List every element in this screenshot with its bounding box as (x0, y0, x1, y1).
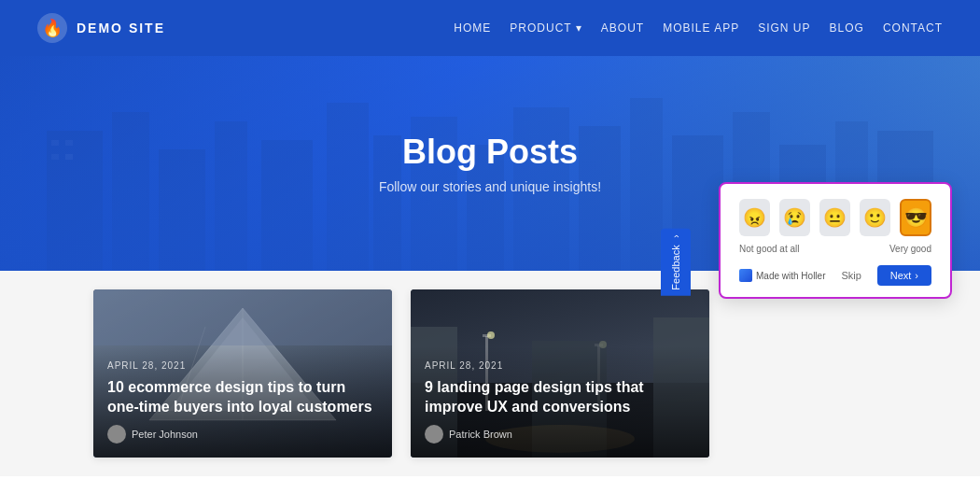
label-very-good: Very good (889, 244, 931, 254)
card1-overlay: APRIL 28, 2021 10 ecommerce design tips … (93, 346, 392, 458)
nav-product[interactable]: PRODUCT (510, 21, 581, 35)
feedback-tab[interactable]: Feedback › (661, 229, 691, 296)
logo-text: DEMO SITE (77, 21, 165, 35)
next-button-label: Next (890, 270, 912, 281)
blog-card-1-image: APRIL 28, 2021 10 ecommerce design tips … (93, 289, 392, 458)
next-arrow-icon: › (915, 270, 918, 281)
blog-card-2-image: APRIL 28, 2021 9 landing page design tip… (411, 289, 709, 458)
card2-author-name: Patrick Brown (449, 429, 512, 440)
emoji-labels: Not good at all Very good (739, 244, 931, 254)
card2-title: 9 landing page design tips that improve … (425, 378, 695, 417)
site-header: 🔥 DEMO SITE HOME PRODUCT ABOUT MOBILE AP… (0, 0, 980, 56)
nav-links: HOME PRODUCT ABOUT MOBILE APP SIGN UP BL… (454, 21, 943, 35)
emoji-sad[interactable]: 😢 (779, 199, 810, 236)
hero-content: Blog Posts Follow our stories and unique… (379, 133, 601, 194)
nav-home[interactable]: HOME (454, 21, 491, 35)
widget-footer: Made with Holler Skip Next › (739, 265, 931, 286)
emoji-very-happy[interactable]: 😎 (900, 199, 931, 236)
card2-overlay: APRIL 28, 2021 9 landing page design tip… (411, 346, 709, 458)
svg-rect-27 (93, 289, 392, 345)
svg-point-33 (487, 331, 495, 339)
hero-title: Blog Posts (379, 133, 601, 172)
made-with-text: Made with Holler (756, 271, 825, 281)
nav-blog[interactable]: BLOG (830, 21, 864, 35)
card1-author: Peter Johnson (107, 425, 378, 444)
next-button[interactable]: Next › (877, 265, 931, 286)
emoji-row: 😠 😢 😐 🙂 😎 (739, 199, 931, 236)
made-with: Made with Holler (739, 269, 825, 282)
feedback-widget-container: Feedback › 😠 😢 😐 🙂 😎 Not good at all Ver… (719, 182, 952, 299)
nav-contact[interactable]: CONTACT (883, 21, 943, 35)
emoji-neutral[interactable]: 😐 (819, 199, 850, 236)
logo-area: 🔥 DEMO SITE (37, 13, 165, 43)
holler-logo-icon (739, 269, 752, 282)
nav-signup[interactable]: SIGN UP (758, 21, 810, 35)
hero-subtitle: Follow our stories and unique insights! (379, 179, 601, 194)
emoji-happy[interactable]: 🙂 (860, 199, 890, 236)
blog-card-2[interactable]: APRIL 28, 2021 9 landing page design tip… (411, 289, 709, 458)
emoji-angry[interactable]: 😠 (739, 199, 770, 236)
label-not-good: Not good at all (739, 244, 800, 254)
card1-title: 10 ecommerce design tips to turn one-tim… (107, 378, 378, 417)
feedback-tab-label: Feedback (670, 245, 681, 289)
card2-author: Patrick Brown (425, 425, 695, 444)
skip-button[interactable]: Skip (841, 270, 861, 281)
card1-author-name: Peter Johnson (132, 429, 198, 440)
blog-grid: APRIL 28, 2021 10 ecommerce design tips … (0, 271, 980, 476)
blog-card-1[interactable]: APRIL 28, 2021 10 ecommerce design tips … (93, 289, 392, 458)
feedback-tab-chevron-icon: › (671, 234, 681, 237)
logo-icon: 🔥 (37, 13, 67, 43)
card1-date: APRIL 28, 2021 (107, 360, 378, 371)
card2-date: APRIL 28, 2021 (425, 360, 695, 371)
nav-mobile-app[interactable]: MOBILE APP (663, 21, 739, 35)
feedback-widget: 😠 😢 😐 🙂 😎 Not good at all Very good Made… (719, 182, 952, 299)
website-mockup: 🔥 DEMO SITE HOME PRODUCT ABOUT MOBILE AP… (0, 0, 980, 493)
card2-author-avatar (425, 425, 443, 444)
card1-author-avatar (107, 425, 126, 444)
nav-about[interactable]: ABOUT (601, 21, 644, 35)
